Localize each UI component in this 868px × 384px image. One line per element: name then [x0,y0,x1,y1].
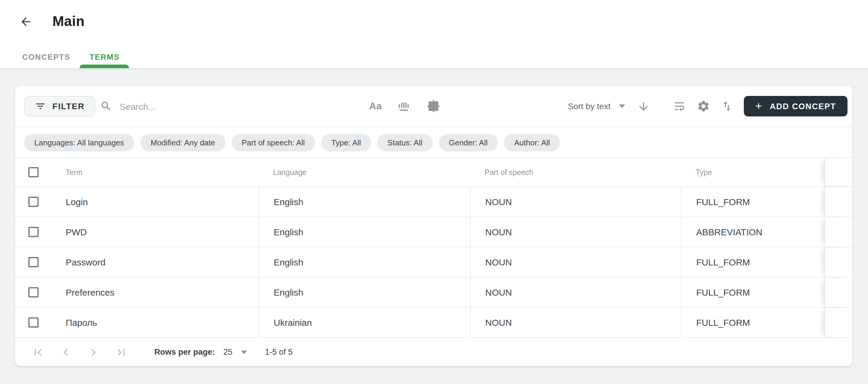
sort-by-select[interactable]: Sort by text [568,101,625,111]
back-button[interactable] [19,14,33,29]
cell-term: Login [51,187,258,216]
chevron-left-icon [59,345,72,359]
chip-part-of-speech[interactable]: Part of speech: All [231,134,315,151]
pinned-column-sliver [825,308,852,337]
settings-button[interactable] [697,99,710,113]
filter-icon [35,101,46,112]
search-options: Aa [369,99,440,113]
table-row[interactable]: Preferences English NOUN FULL_FORM [15,277,852,308]
cell-language: English [258,277,470,307]
match-case-button[interactable]: Aa [369,101,382,112]
active-tab-indicator [80,64,129,68]
whole-word-icon [398,100,411,112]
terms-card: FILTER Aa [15,86,852,366]
whole-word-button[interactable] [398,100,411,112]
cell-term: Preferences [51,277,258,307]
match-selection-button[interactable] [427,99,440,113]
cell-language: English [258,187,470,216]
chevron-down-icon [241,350,247,354]
wrap-text-icon [673,99,686,113]
table-row[interactable]: Пароль Ukrainian NOUN FULL_FORM [15,308,852,338]
add-concept-label: ADD CONCEPT [770,102,836,111]
table-row[interactable]: Login English NOUN FULL_FORM [15,187,852,217]
row-checkbox-cell [15,277,51,307]
swap-vertical-icon [721,100,733,112]
toolbar-icon-group [673,99,733,113]
title-row: Main [0,0,868,30]
tab-terms-label: TERMS [90,52,120,61]
pagination: Rows per page: 25 1-5 of 5 [15,338,852,366]
cell-part-of-speech: NOUN [470,308,681,337]
last-page-icon [115,345,128,359]
cell-term: PWD [51,217,258,247]
row-checkbox[interactable] [28,227,38,237]
cell-part-of-speech: NOUN [470,277,681,307]
next-page-button[interactable] [87,345,100,359]
filter-chips-row: Languages: All languages Modified: Any d… [15,127,852,158]
first-page-icon [31,345,44,359]
rows-per-page-label: Rows per page: [154,348,215,357]
search-input[interactable] [120,101,318,111]
sort-arrow-down-icon [637,100,650,113]
pinned-column-sliver [825,247,852,277]
column-header-term: Term [51,158,258,186]
table-row[interactable]: Password English NOUN FULL_FORM [15,247,852,277]
cell-part-of-speech: NOUN [470,247,681,277]
chevron-right-icon [87,345,100,359]
chevron-down-icon [619,105,625,108]
table-header-row: Term Language Part of speech Type [15,158,852,187]
row-checkbox[interactable] [28,317,38,328]
match-selection-icon [427,99,440,113]
tab-terms[interactable]: TERMS [80,45,129,68]
sort-by-label: Sort by text [568,101,611,111]
pinned-column-sliver [825,158,852,186]
table-row[interactable]: PWD English NOUN ABBREVIATION [15,217,852,247]
chip-languages[interactable]: Languages: All languages [24,134,134,151]
first-page-button[interactable] [31,345,44,359]
swap-vertical-button[interactable] [721,100,733,112]
search-box [100,100,318,112]
sort-direction-button[interactable] [637,100,650,113]
add-concept-button[interactable]: + ADD CONCEPT [744,96,847,116]
row-checkbox-cell [15,187,51,216]
pagination-range: 1-5 of 5 [265,348,293,357]
select-all-cell [15,158,51,186]
tab-concepts[interactable]: CONCEPTS [13,45,80,68]
wrap-text-button[interactable] [673,99,686,113]
arrow-left-icon [19,15,33,28]
cell-term: Password [51,247,258,277]
column-header-language: Language [258,158,470,186]
chip-status[interactable]: Status: All [377,134,433,151]
cell-type: FULL_FORM [681,308,825,337]
cell-language: English [258,217,470,247]
last-page-button[interactable] [115,345,128,359]
content-area: FILTER Aa [0,68,868,366]
row-checkbox[interactable] [28,287,38,297]
chip-gender[interactable]: Gender: All [438,134,498,151]
cell-type: FULL_FORM [681,277,825,307]
pinned-column-sliver [825,217,852,247]
rows-per-page-select[interactable]: 25 [223,348,247,357]
cell-term: Пароль [51,308,258,337]
cell-language: Ukrainian [258,308,470,337]
pinned-column-sliver [825,187,852,216]
toolbar-right: Sort by text [568,96,847,116]
chip-type[interactable]: Type: All [321,134,371,151]
column-header-part-of-speech: Part of speech [470,158,681,186]
column-header-type: Type [681,158,825,186]
chip-author[interactable]: Author: All [504,134,560,151]
rows-per-page-value: 25 [223,348,232,357]
page-title: Main [53,13,84,30]
cell-type: FULL_FORM [681,187,825,216]
row-checkbox[interactable] [28,257,38,267]
previous-page-button[interactable] [59,345,72,359]
cell-language: English [258,247,470,277]
select-all-checkbox[interactable] [28,167,38,177]
filter-button[interactable]: FILTER [24,96,96,116]
cell-part-of-speech: NOUN [470,187,681,216]
app-window: Main CONCEPTS TERMS FILTER [0,0,868,384]
row-checkbox-cell [15,247,51,277]
row-checkbox[interactable] [28,197,38,207]
chip-modified[interactable]: Modified: Any date [141,134,225,151]
cell-part-of-speech: NOUN [470,217,681,247]
